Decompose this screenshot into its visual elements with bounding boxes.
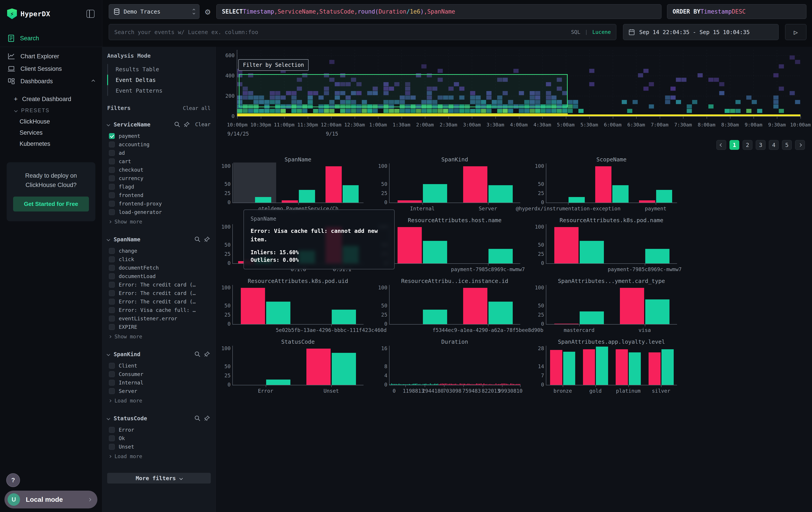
pin-icon[interactable]	[184, 121, 190, 128]
histogram-bar[interactable]	[488, 384, 489, 385]
bar-outliers[interactable]	[550, 350, 562, 385]
help-button[interactable]: ?	[6, 473, 20, 487]
checkbox[interactable]	[109, 316, 115, 321]
histogram-bar[interactable]	[504, 383, 505, 385]
filter-group-name[interactable]: StatusCode	[114, 415, 191, 422]
histogram-bar[interactable]	[479, 384, 480, 385]
run-query-button[interactable]: ▷	[785, 24, 807, 40]
histogram-bar[interactable]	[455, 384, 456, 385]
filter-option-Client[interactable]: Client	[107, 361, 210, 370]
analysis-mode-event-patterns[interactable]: Event Patterns	[112, 85, 210, 96]
filter-option-Error[interactable]: Error	[107, 426, 210, 434]
histogram-bar[interactable]	[436, 384, 437, 385]
bar-outliers[interactable]	[554, 227, 579, 263]
bar-inliers[interactable]	[423, 241, 447, 263]
bar-outliers[interactable]	[595, 166, 611, 203]
pagination-prev-button[interactable]	[716, 140, 726, 150]
search-input[interactable]	[114, 29, 567, 35]
bar-inliers[interactable]	[580, 241, 604, 263]
sidebar-collapse-icon[interactable]	[86, 10, 94, 18]
histogram-bar[interactable]	[489, 384, 491, 385]
filter-option-Error: The credit card (…[interactable]: Error: The credit card (…	[107, 289, 210, 297]
histogram-bar[interactable]	[423, 384, 424, 385]
pin-icon[interactable]	[204, 415, 210, 422]
bar-inliers[interactable]	[332, 353, 356, 385]
chevron-down-icon[interactable]	[107, 352, 110, 356]
histogram-bar[interactable]	[506, 384, 507, 385]
histogram-bar[interactable]	[402, 384, 403, 385]
histogram-bar[interactable]	[467, 384, 468, 385]
histogram-bar[interactable]	[487, 384, 488, 385]
chevron-down-icon[interactable]	[107, 416, 110, 420]
checkbox-checked[interactable]	[109, 133, 115, 139]
create-dashboard-button[interactable]: + Create Dashboard	[0, 93, 102, 105]
sidebar-item-search[interactable]: Search	[0, 32, 102, 45]
search-icon[interactable]	[194, 351, 201, 357]
histogram-bar[interactable]	[461, 384, 462, 385]
clear-all-filters-button[interactable]: Clear all	[183, 105, 210, 111]
histogram-bar[interactable]	[406, 384, 407, 385]
clear-filter-button[interactable]: Clear	[195, 122, 210, 127]
sidebar-item-clickhouse[interactable]: ClickHouse	[0, 116, 102, 127]
bar-inliers[interactable]	[255, 197, 271, 203]
histogram-bar[interactable]	[483, 383, 485, 385]
histogram-bar[interactable]	[477, 384, 479, 385]
histogram-bar[interactable]	[431, 384, 432, 385]
checkbox[interactable]	[109, 435, 115, 441]
filter-option-Server[interactable]: Server	[107, 387, 210, 395]
histogram-bar[interactable]	[397, 384, 398, 385]
gear-icon[interactable]: ⚙	[202, 6, 213, 17]
bar-outliers[interactable]	[463, 288, 487, 324]
bar-inliers[interactable]	[580, 312, 604, 324]
language-toggle-lucene[interactable]: Lucene	[592, 29, 611, 35]
histogram-bar[interactable]	[415, 384, 416, 385]
filter-option-checkout[interactable]: checkout	[107, 166, 210, 174]
checkbox[interactable]	[109, 209, 115, 215]
histogram-bar[interactable]	[515, 384, 516, 385]
sidebar-item-dashboards[interactable]: Dashboards	[0, 75, 102, 87]
histogram-bar[interactable]	[460, 383, 461, 385]
histogram-bar[interactable]	[394, 384, 395, 385]
filter-option-load-generator[interactable]: load-generator	[107, 208, 210, 216]
brand[interactable]: ⚡ HyperDX	[7, 8, 50, 19]
chart-plot[interactable]: 02550100oteldemo.PaymentService/Ch	[232, 163, 364, 203]
histogram-bar[interactable]	[466, 384, 467, 385]
checkbox[interactable]	[109, 324, 115, 330]
histogram-bar[interactable]	[509, 384, 510, 385]
bar-inliers[interactable]	[662, 349, 674, 385]
histogram-bar[interactable]	[518, 384, 519, 385]
histogram-bar[interactable]	[433, 384, 434, 385]
chart-plot[interactable]: 02550100mastercardvisa	[546, 285, 677, 325]
checkbox[interactable]	[109, 363, 115, 369]
checkbox[interactable]	[109, 273, 115, 279]
bar-inliers[interactable]	[423, 309, 447, 324]
histogram-bar[interactable]	[437, 384, 438, 385]
histogram-bar[interactable]	[407, 384, 408, 385]
histogram-bar[interactable]	[470, 384, 471, 385]
checkbox[interactable]	[109, 167, 115, 173]
histogram-bar[interactable]	[393, 384, 394, 385]
histogram-bar[interactable]	[425, 384, 427, 385]
checkbox[interactable]	[109, 290, 115, 296]
checkbox[interactable]	[109, 141, 115, 147]
load-more-button[interactable]: Load more	[107, 396, 210, 405]
checkbox[interactable]	[109, 201, 115, 207]
histogram-bar[interactable]	[409, 384, 410, 385]
histogram-bar[interactable]	[485, 384, 486, 385]
search-icon[interactable]	[174, 121, 180, 128]
histogram-bar[interactable]	[449, 384, 450, 385]
histogram-bar[interactable]	[512, 384, 513, 385]
sidebar-item-services[interactable]: Services	[0, 127, 102, 138]
bar-outliers[interactable]	[639, 200, 655, 203]
histogram-bar[interactable]	[439, 384, 440, 385]
bar-outliers[interactable]	[463, 166, 487, 203]
histogram-bar[interactable]	[440, 384, 441, 385]
histogram-bar[interactable]	[498, 384, 499, 385]
histogram-bar[interactable]	[472, 384, 473, 385]
search-icon[interactable]	[194, 415, 201, 422]
bar-inliers[interactable]	[299, 190, 315, 203]
histogram-bar[interactable]	[491, 384, 492, 385]
checkbox[interactable]	[109, 150, 115, 156]
bar-outliers[interactable]	[554, 324, 579, 324]
chart-plot[interactable]: 02550100@hyperdx/instrumentation-excepti…	[546, 163, 677, 203]
